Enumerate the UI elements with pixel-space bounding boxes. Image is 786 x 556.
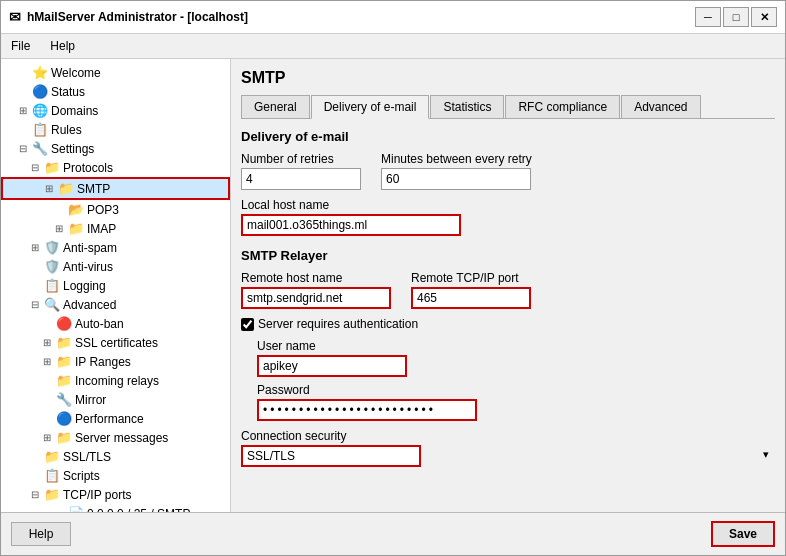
- toggle-sslcerts: ⊞: [41, 337, 53, 348]
- retries-input[interactable]: [241, 168, 361, 190]
- smtp-relayer-section: SMTP Relayer Remote host name Remote TCP…: [241, 248, 775, 467]
- toggle-imap: ⊞: [53, 223, 65, 234]
- minutes-group: Minutes between every retry: [381, 152, 532, 190]
- sidebar-label-mirror: Mirror: [75, 393, 106, 407]
- tab-general[interactable]: General: [241, 95, 310, 118]
- welcome-icon: ⭐: [32, 65, 48, 80]
- remote-port-input[interactable]: [411, 287, 531, 309]
- sidebar-item-autoban[interactable]: 🔴 Auto-ban: [1, 314, 230, 333]
- sidebar-label-settings: Settings: [51, 142, 94, 156]
- scripts-icon: 📋: [44, 468, 60, 483]
- sidebar-label-domains: Domains: [51, 104, 98, 118]
- toggle-domains: ⊞: [17, 105, 29, 116]
- imap-icon: 📁: [68, 221, 84, 236]
- window-title: hMailServer Administrator - [localhost]: [27, 10, 689, 24]
- menu-bar: File Help: [1, 34, 785, 59]
- advanced-icon: 🔍: [44, 297, 60, 312]
- sidebar-item-advanced[interactable]: ⊟ 🔍 Advanced: [1, 295, 230, 314]
- connection-select-wrapper: SSL/TLS STARTTLS None: [241, 445, 775, 467]
- status-icon: 🔵: [32, 84, 48, 99]
- servermsg-icon: 📁: [56, 430, 72, 445]
- localhost-input[interactable]: [241, 214, 461, 236]
- sidebar-label-antivirus: Anti-virus: [63, 260, 113, 274]
- sidebar-item-port25[interactable]: 📄 0.0.0.0 / 25 / SMTP: [1, 504, 230, 512]
- sidebar-item-domains[interactable]: ⊞ 🌐 Domains: [1, 101, 230, 120]
- tab-delivery[interactable]: Delivery of e-mail: [311, 95, 430, 119]
- sidebar-label-welcome: Welcome: [51, 66, 101, 80]
- sidebar-label-advanced: Advanced: [63, 298, 116, 312]
- retries-label: Number of retries: [241, 152, 361, 166]
- menu-help[interactable]: Help: [40, 36, 85, 56]
- increlays-icon: 📁: [56, 373, 72, 388]
- sidebar-item-performance[interactable]: 🔵 Performance: [1, 409, 230, 428]
- panel-title: SMTP: [241, 69, 775, 87]
- username-input[interactable]: [257, 355, 407, 377]
- sidebar-item-logging[interactable]: 📋 Logging: [1, 276, 230, 295]
- sslcerts-icon: 📁: [56, 335, 72, 350]
- sidebar-item-antivirus[interactable]: 🛡️ Anti-virus: [1, 257, 230, 276]
- help-button[interactable]: Help: [11, 522, 71, 546]
- toggle-antispam: ⊞: [29, 242, 41, 253]
- minimize-button[interactable]: ─: [695, 7, 721, 27]
- sidebar-label-status: Status: [51, 85, 85, 99]
- smtp-relayer-title: SMTP Relayer: [241, 248, 775, 263]
- minutes-label: Minutes between every retry: [381, 152, 532, 166]
- auth-checkbox[interactable]: [241, 318, 254, 331]
- remote-host-input[interactable]: [241, 287, 391, 309]
- retries-group: Number of retries: [241, 152, 361, 190]
- retries-row: Number of retries Minutes between every …: [241, 152, 775, 190]
- sidebar-item-smtp[interactable]: ⊞ 📁 SMTP: [1, 177, 230, 200]
- tab-statistics[interactable]: Statistics: [430, 95, 504, 118]
- bottom-bar: Help Save: [1, 512, 785, 555]
- mirror-icon: 🔧: [56, 392, 72, 407]
- connection-label: Connection security: [241, 429, 775, 443]
- username-label: User name: [257, 339, 775, 353]
- sidebar-item-status[interactable]: 🔵 Status: [1, 82, 230, 101]
- toggle-smtp: ⊞: [43, 183, 55, 194]
- rules-icon: 📋: [32, 122, 48, 137]
- sidebar-item-imap[interactable]: ⊞ 📁 IMAP: [1, 219, 230, 238]
- toggle-servermsg: ⊞: [41, 432, 53, 443]
- save-button[interactable]: Save: [711, 521, 775, 547]
- sidebar-item-rules[interactable]: 📋 Rules: [1, 120, 230, 139]
- connection-security-group: Connection security SSL/TLS STARTTLS Non…: [241, 429, 775, 467]
- localhost-group: Local host name: [241, 198, 775, 236]
- sidebar-label-servermsg: Server messages: [75, 431, 168, 445]
- protocols-icon: 📁: [44, 160, 60, 175]
- sidebar-item-antispam[interactable]: ⊞ 🛡️ Anti-spam: [1, 238, 230, 257]
- sidebar-item-tcpports[interactable]: ⊟ 📁 TCP/IP ports: [1, 485, 230, 504]
- sidebar-item-ipranges[interactable]: ⊞ 📁 IP Ranges: [1, 352, 230, 371]
- main-content: ⭐ Welcome 🔵 Status ⊞ 🌐 Domains 📋 Rules ⊟…: [1, 59, 785, 512]
- sidebar-item-mirror[interactable]: 🔧 Mirror: [1, 390, 230, 409]
- delivery-section-title: Delivery of e-mail: [241, 129, 775, 144]
- sidebar-item-settings[interactable]: ⊟ 🔧 Settings: [1, 139, 230, 158]
- sidebar-item-scripts[interactable]: 📋 Scripts: [1, 466, 230, 485]
- sidebar-item-sslcerts[interactable]: ⊞ 📁 SSL certificates: [1, 333, 230, 352]
- autoban-icon: 🔴: [56, 316, 72, 331]
- auth-label: Server requires authentication: [258, 317, 418, 331]
- toggle-protocols: ⊟: [29, 162, 41, 173]
- tab-rfc[interactable]: RFC compliance: [505, 95, 620, 118]
- tab-advanced[interactable]: Advanced: [621, 95, 700, 118]
- remote-host-row: Remote host name Remote TCP/IP port: [241, 271, 775, 309]
- sidebar-label-rules: Rules: [51, 123, 82, 137]
- password-input[interactable]: [257, 399, 477, 421]
- sidebar-item-protocols[interactable]: ⊟ 📁 Protocols: [1, 158, 230, 177]
- sidebar-item-welcome[interactable]: ⭐ Welcome: [1, 63, 230, 82]
- domains-icon: 🌐: [32, 103, 48, 118]
- connection-select[interactable]: SSL/TLS STARTTLS None: [241, 445, 421, 467]
- username-group: User name: [257, 339, 775, 377]
- menu-file[interactable]: File: [1, 36, 40, 56]
- performance-icon: 🔵: [56, 411, 72, 426]
- remote-port-label: Remote TCP/IP port: [411, 271, 531, 285]
- sidebar-item-ssltls[interactable]: 📁 SSL/TLS: [1, 447, 230, 466]
- sidebar-item-servermsg[interactable]: ⊞ 📁 Server messages: [1, 428, 230, 447]
- minutes-input[interactable]: [381, 168, 531, 190]
- sidebar-item-pop3[interactable]: 📂 POP3: [1, 200, 230, 219]
- right-panel: SMTP General Delivery of e-mail Statisti…: [231, 59, 785, 512]
- sidebar-label-imap: IMAP: [87, 222, 116, 236]
- sidebar-label-autoban: Auto-ban: [75, 317, 124, 331]
- close-button[interactable]: ✕: [751, 7, 777, 27]
- maximize-button[interactable]: □: [723, 7, 749, 27]
- sidebar-item-increlays[interactable]: 📁 Incoming relays: [1, 371, 230, 390]
